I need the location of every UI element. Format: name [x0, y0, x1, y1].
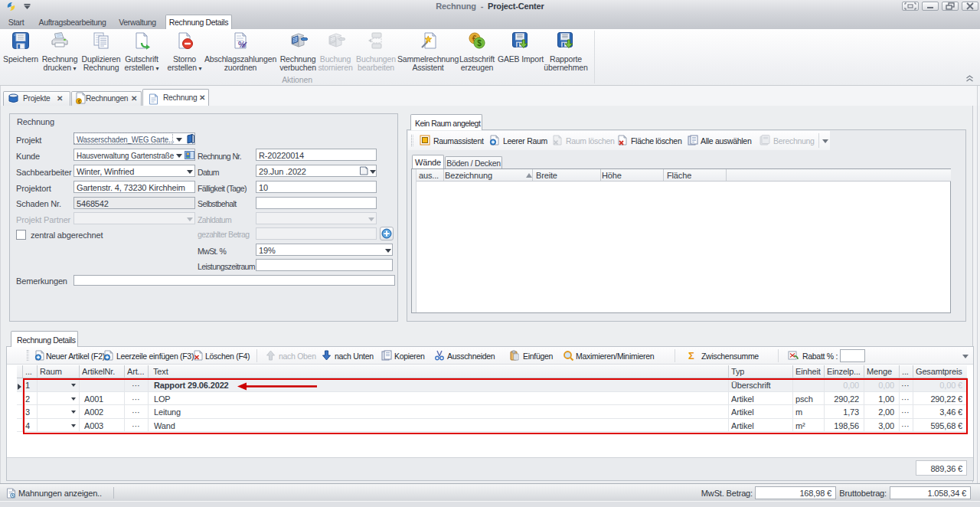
- svg-text:$: $: [477, 39, 482, 47]
- svg-text:€: €: [78, 99, 81, 104]
